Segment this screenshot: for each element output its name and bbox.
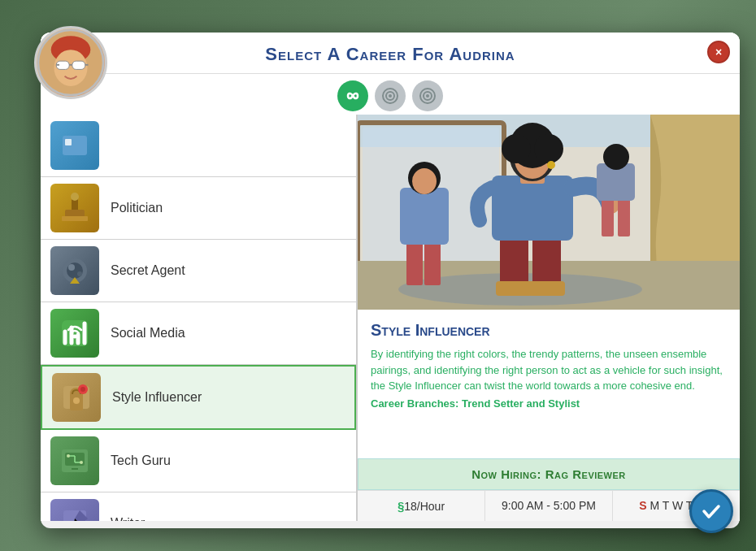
career-icon-first	[50, 121, 99, 170]
svg-rect-65	[400, 188, 449, 245]
svg-rect-5	[72, 61, 85, 69]
career-icon-secret-agent	[50, 246, 99, 295]
career-name-tech-guru: Tech Guru	[111, 453, 171, 468]
career-item-politician[interactable]: Politician	[41, 177, 356, 240]
career-stats-row: §18/Hour 9:00 AM - 5:00 PM S M T W T F S	[358, 490, 740, 521]
svg-point-31	[80, 387, 85, 392]
career-item-social-media[interactable]: Social Media	[41, 302, 356, 365]
career-name-politician: Politician	[111, 201, 163, 215]
svg-point-27	[73, 335, 77, 339]
svg-point-37	[67, 454, 70, 458]
career-description: By identifying the right colors, the tre…	[371, 346, 727, 394]
svg-rect-52	[496, 281, 532, 296]
career-icon-style-influencer	[52, 373, 101, 422]
stat-hours: 9:00 AM - 5:00 PM	[485, 491, 613, 521]
stat-salary: §18/Hour	[358, 491, 485, 521]
career-info-section: Style Influencer By identifying the righ…	[358, 310, 740, 458]
svg-point-71	[603, 144, 629, 170]
career-item-writer[interactable]: Writer	[41, 492, 356, 521]
career-icon-tech-guru	[50, 436, 99, 485]
confirm-button[interactable]	[689, 489, 733, 533]
career-name-secret-agent: Secret Agent	[111, 263, 185, 278]
svg-rect-63	[406, 241, 423, 285]
svg-rect-6	[69, 64, 72, 66]
salary-currency: §	[398, 499, 404, 513]
career-icon-writer	[50, 499, 99, 521]
svg-point-38	[80, 461, 83, 464]
pack-filter-icon-1[interactable]	[375, 80, 406, 111]
career-image	[358, 115, 740, 310]
avatar	[34, 26, 107, 99]
svg-point-23	[68, 264, 75, 271]
svg-point-24	[77, 271, 82, 276]
svg-point-67	[412, 168, 437, 194]
svg-point-29	[73, 397, 80, 404]
svg-point-11	[389, 94, 392, 98]
dialog-title-row: Select a Career for Audrina ×	[41, 33, 740, 74]
career-name-writer: Writer	[111, 516, 145, 521]
career-detail-panel: Style Influencer By identifying the righ…	[358, 115, 740, 521]
career-item-first[interactable]	[41, 115, 356, 177]
dialog-header: Select a Career for Audrina ×	[41, 33, 740, 115]
career-icon-social-media	[50, 309, 99, 358]
infinity-filter-icon[interactable]	[337, 80, 368, 111]
salary-amount: 18/Hour	[404, 500, 445, 513]
pack-filter-icon-2[interactable]	[412, 80, 443, 111]
career-item-style-influencer[interactable]: Style Influencer	[41, 365, 356, 430]
close-button[interactable]: ×	[707, 41, 730, 63]
svg-rect-54	[492, 176, 573, 241]
svg-point-61	[547, 161, 555, 169]
svg-point-59	[502, 134, 531, 163]
career-icon-politician	[50, 184, 99, 232]
svg-rect-69	[618, 196, 630, 236]
svg-rect-8	[85, 64, 89, 66]
career-name-social-media: Social Media	[111, 326, 185, 341]
dialog-body: Politician Secret Agent	[41, 115, 740, 521]
svg-rect-19	[62, 216, 88, 221]
svg-rect-64	[424, 241, 441, 285]
svg-point-20	[71, 193, 79, 201]
career-item-secret-agent[interactable]: Secret Agent	[41, 240, 356, 302]
svg-point-14	[426, 94, 429, 98]
svg-point-22	[67, 262, 83, 279]
career-dialog: Select a Career for Audrina ×	[41, 33, 740, 528]
career-list[interactable]: Politician Secret Agent	[41, 115, 358, 521]
svg-rect-53	[528, 281, 565, 296]
career-detail-title: Style Influencer	[371, 321, 727, 340]
career-branches: Career Branches: Trend Setter and Stylis…	[371, 397, 727, 410]
hiring-banner: Now Hiring: Rag Reviewer	[358, 458, 740, 490]
svg-rect-16	[65, 139, 72, 145]
career-item-tech-guru[interactable]: Tech Guru	[41, 430, 356, 492]
filter-icon-row	[41, 74, 740, 115]
svg-rect-7	[56, 64, 59, 66]
career-name-style-influencer: Style Influencer	[112, 390, 202, 405]
svg-point-60	[534, 134, 563, 163]
svg-rect-68	[602, 196, 614, 236]
dialog-title: Select a Career for Audrina	[265, 44, 515, 64]
